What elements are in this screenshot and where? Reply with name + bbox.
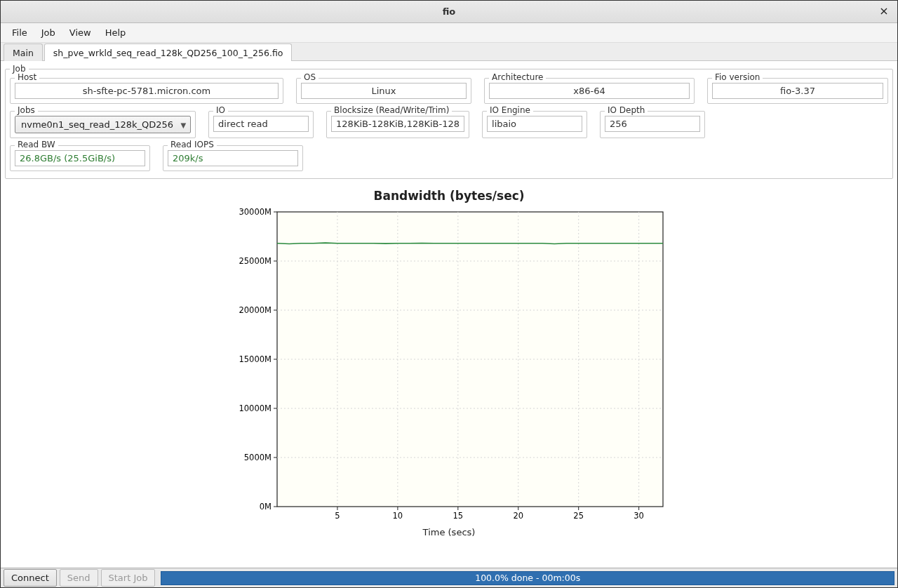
svg-text:5000M: 5000M: [244, 453, 272, 462]
iodepth-box: IO Depth 256: [600, 111, 705, 138]
io-box: IO direct read: [208, 111, 314, 138]
bandwidth-chart: 0M5000M10000M15000M20000M25000M30000M510…: [224, 208, 674, 524]
tab-bar: Main sh_pve_wrkld_seq_read_128k_QD256_10…: [1, 43, 897, 61]
jobs-dropdown[interactable]: nvme0n1_seq_read_128k_QD256 ▼: [15, 116, 191, 133]
os-box: OS Linux: [296, 78, 471, 104]
svg-text:25000M: 25000M: [239, 256, 272, 266]
menu-help[interactable]: Help: [98, 25, 133, 41]
progress-bar: 100.0% done - 00m:00s: [161, 571, 894, 585]
send-button[interactable]: Send: [60, 569, 98, 587]
svg-text:10000M: 10000M: [239, 403, 272, 413]
titlebar: fio ×: [1, 1, 897, 23]
svg-text:5: 5: [335, 511, 340, 521]
readiops-box: Read IOPS 209k/s: [163, 145, 303, 171]
connect-button[interactable]: Connect: [4, 569, 57, 587]
blocksize-box: Blocksize (Read/Write/Trim) 128KiB-128Ki…: [326, 111, 469, 138]
iodepth-value: 256: [605, 116, 700, 132]
fio-value: fio-3.37: [712, 83, 883, 99]
tab-main[interactable]: Main: [4, 44, 43, 61]
ioengine-label: IO Engine: [487, 105, 533, 115]
svg-text:20: 20: [513, 511, 523, 521]
fio-label: Fio version: [712, 72, 763, 82]
readiops-value: 209k/s: [168, 150, 298, 166]
startjob-button[interactable]: Start Job: [101, 569, 156, 587]
io-value: direct read: [213, 116, 309, 132]
os-value: Linux: [301, 83, 467, 99]
host-box: Host sh-sfte-pc-5781.micron.com: [10, 78, 283, 104]
svg-text:20000M: 20000M: [239, 305, 272, 315]
menu-job[interactable]: Job: [34, 25, 62, 41]
window-title: fio: [443, 6, 456, 17]
app-window: fio × File Job View Help Main sh_pve_wrk…: [0, 0, 898, 588]
chart-xlabel: Time (secs): [423, 527, 476, 537]
readiops-label: Read IOPS: [168, 140, 217, 149]
svg-text:10: 10: [393, 511, 403, 521]
close-icon[interactable]: ×: [878, 5, 890, 18]
chevron-down-icon: ▼: [180, 121, 186, 128]
job-fieldset: Job Host sh-sfte-pc-5781.micron.com OS L…: [5, 64, 893, 179]
io-label: IO: [213, 105, 228, 115]
readbw-box: Read BW 26.8GB/s (25.5GiB/s): [10, 145, 150, 171]
svg-text:30: 30: [634, 511, 644, 521]
svg-text:15: 15: [453, 511, 463, 521]
arch-label: Architecture: [489, 72, 546, 82]
ioengine-value: libaio: [487, 116, 582, 132]
jobs-value: nvme0n1_seq_read_128k_QD256: [21, 119, 173, 130]
blocksize-label: Blocksize (Read/Write/Trim): [331, 105, 452, 115]
host-label: Host: [15, 72, 39, 82]
jobs-label: Jobs: [15, 105, 38, 115]
readbw-value: 26.8GB/s (25.5GiB/s): [15, 150, 145, 166]
menu-view[interactable]: View: [62, 25, 98, 41]
plot-wrap: 0M5000M10000M15000M20000M25000M30000M510…: [224, 208, 674, 524]
progress-text: 100.0% done - 00m:00s: [475, 573, 580, 583]
arch-value: x86-64: [489, 83, 690, 99]
svg-text:0M: 0M: [260, 502, 272, 512]
svg-text:30000M: 30000M: [239, 208, 272, 217]
chart-title: Bandwidth (bytes/sec): [373, 189, 524, 203]
os-label: OS: [301, 72, 319, 82]
arch-box: Architecture x86-64: [484, 78, 695, 104]
statusbar: Connect Send Start Job 100.0% done - 00m…: [1, 568, 897, 587]
jobs-box: Jobs nvme0n1_seq_read_128k_QD256 ▼: [10, 111, 196, 138]
readbw-label: Read BW: [15, 140, 58, 149]
host-value: sh-sfte-pc-5781.micron.com: [15, 83, 279, 99]
menubar: File Job View Help: [1, 23, 897, 43]
ioengine-box: IO Engine libaio: [482, 111, 587, 138]
svg-text:25: 25: [573, 511, 584, 521]
tab-jobfile[interactable]: sh_pve_wrkld_seq_read_128k_QD256_100_1_2…: [44, 44, 293, 61]
content-area: Job Host sh-sfte-pc-5781.micron.com OS L…: [1, 61, 897, 568]
fio-box: Fio version fio-3.37: [707, 78, 888, 104]
svg-text:15000M: 15000M: [239, 354, 272, 364]
chart-area: Bandwidth (bytes/sec) 0M5000M10000M15000…: [5, 189, 893, 537]
blocksize-value: 128KiB-128KiB,128KiB-128: [331, 116, 464, 132]
menu-file[interactable]: File: [5, 25, 34, 41]
iodepth-label: IO Depth: [605, 105, 648, 115]
